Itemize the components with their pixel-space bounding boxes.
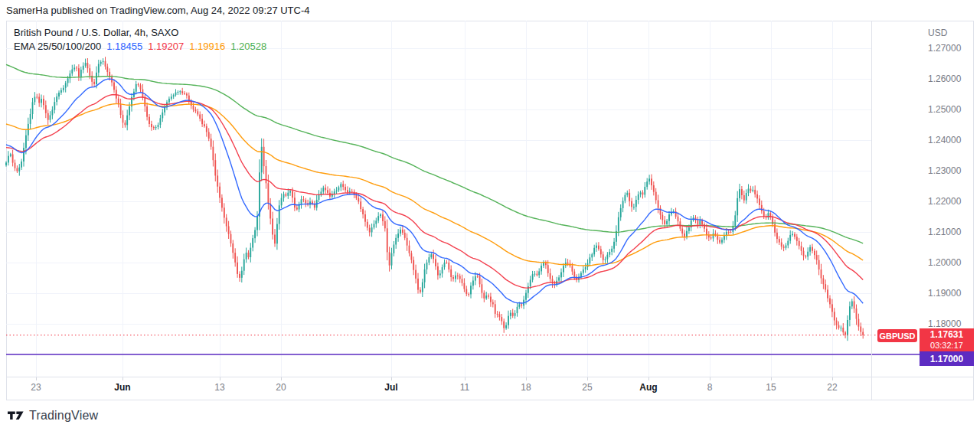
time-tick-label: 20 — [276, 382, 286, 393]
price-tick-label: 1.27000 — [928, 43, 961, 54]
tradingview-watermark[interactable]: TradingView — [8, 409, 98, 423]
time-tick-label: 8 — [707, 382, 713, 393]
candlestick-chart-canvas[interactable] — [0, 0, 980, 431]
last-price-value: 1.17631 — [930, 329, 963, 341]
price-tick-label: 1.23000 — [928, 165, 961, 176]
price-axis-separator — [871, 21, 872, 400]
time-tick-label: Jun — [114, 382, 130, 393]
price-tick-label: 1.18000 — [928, 318, 961, 329]
ema-indicator-label: EMA 25/50/100/200 — [14, 41, 101, 52]
price-tick-label: 1.21000 — [928, 227, 961, 237]
bar-countdown: 03:32:17 — [930, 341, 963, 351]
tradingview-snapshot: SamerHa published on TradingView.com, Au… — [0, 0, 980, 431]
tradingview-logo-icon — [8, 410, 24, 422]
ema100-value: 1.19916 — [189, 41, 225, 52]
ema200-value: 1.20528 — [230, 41, 266, 52]
chart-legend: British Pound / U.S. Dollar, 4h, SAXO EM… — [14, 26, 266, 53]
ema-indicator-row[interactable]: EMA 25/50/100/2001.184551.192071.199161.… — [14, 40, 266, 53]
time-tick-label: 15 — [766, 382, 776, 393]
time-tick-label: 13 — [214, 382, 224, 393]
quote-currency-label: USD — [928, 28, 947, 38]
horizontal-level-label: 1.17000 — [920, 351, 974, 366]
ema50-value: 1.19207 — [148, 41, 184, 52]
price-tick-label: 1.19000 — [928, 288, 961, 299]
time-tick-label: 25 — [582, 382, 592, 393]
ema-lines — [6, 64, 863, 303]
price-tick-label: 1.26000 — [928, 73, 961, 84]
last-price-label: 1.17631 03:32:17 — [920, 328, 974, 351]
time-tick-label: Jul — [384, 382, 397, 393]
ema25-value: 1.18455 — [106, 41, 142, 52]
time-tick-label: 11 — [460, 382, 469, 393]
price-tick-label: 1.22000 — [928, 196, 961, 207]
candlestick-series — [5, 57, 864, 341]
price-tick-label: 1.20000 — [928, 257, 961, 268]
time-axis-separator — [6, 377, 974, 377]
time-tick-label: Aug — [639, 382, 657, 393]
price-tick-label: 1.25000 — [928, 104, 961, 115]
time-tick-label: 23 — [31, 382, 41, 393]
price-tick-label: 1.24000 — [928, 135, 961, 145]
time-tick-label: 18 — [521, 382, 531, 393]
tradingview-watermark-text: TradingView — [29, 409, 98, 423]
time-tick-label: 22 — [827, 382, 837, 393]
symbol-title[interactable]: British Pound / U.S. Dollar, 4h, SAXO — [14, 26, 266, 39]
symbol-price-tag: GBPUSD — [877, 329, 917, 342]
